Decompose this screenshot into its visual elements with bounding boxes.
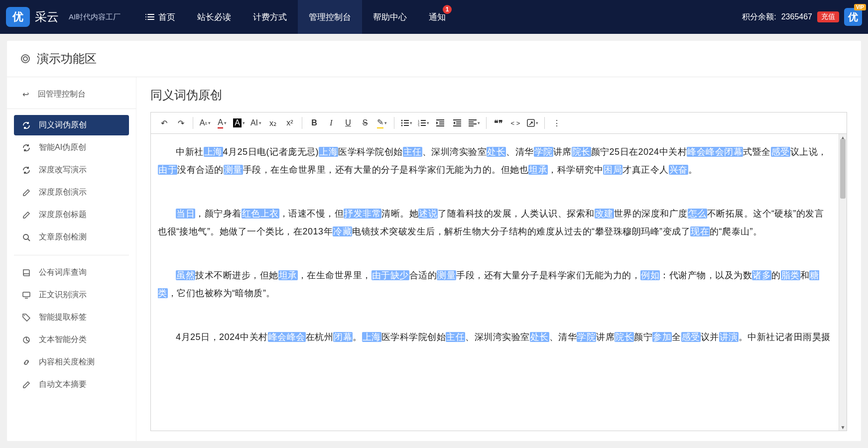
screen-icon [22, 291, 31, 300]
superscript-button[interactable]: x² [282, 115, 298, 130]
undo-button[interactable]: ↶ [156, 115, 172, 130]
editor-paragraph[interactable]: 中新社上海4月25日电(记者庞无忌)上海医学科学院创始主任、深圳湾实验室处长、清… [158, 143, 832, 179]
subscript-button[interactable]: x₂ [265, 115, 281, 130]
highlighted-text: 主任 [403, 147, 422, 157]
sidebar-item[interactable]: 正文识别演示 [14, 285, 129, 305]
highlighted-text: 测量 [437, 270, 456, 280]
highlighted-text: 讲演 [719, 332, 739, 342]
quote-button[interactable]: ❝❞ [491, 115, 506, 130]
sidebar-item-label: 自动文本摘要 [39, 379, 87, 390]
highlighted-text: 感受 [771, 147, 790, 157]
highlighted-text: 兴奋 [669, 165, 688, 175]
svg-line-1 [28, 239, 30, 241]
main-panel: 演示功能区 ↩ 回管理控制台 同义词伪原创智能AI伪原创深度改写演示深度原创演示… [7, 41, 861, 441]
outdent-button[interactable] [432, 115, 448, 130]
sidebar-item[interactable]: 同义词伪原创 [14, 115, 129, 135]
plain-text: 。中新社记者田雨昊摄 [739, 332, 831, 342]
sidebar-item[interactable]: 文章原创检测 [14, 227, 129, 247]
fontsize-button[interactable]: A± [197, 115, 213, 130]
nav-home[interactable]: 首页 [135, 0, 186, 34]
blank-line [158, 306, 832, 324]
sidebar-item[interactable]: 深度原创标题 [14, 205, 129, 225]
refresh-icon [22, 143, 31, 152]
indent-button[interactable] [449, 115, 465, 130]
highlighted-text: 由于 [158, 165, 177, 175]
sidebar-item[interactable]: 智能提取标签 [14, 307, 129, 328]
highlighted-text: 诸多 [752, 270, 771, 280]
plain-text: 、清华 [506, 147, 534, 157]
svg-marker-24 [453, 121, 455, 124]
editor-scrollbar[interactable]: ▲ ▼ [839, 134, 847, 431]
avatar-box[interactable]: VIP 优 [844, 8, 862, 26]
recharge-button[interactable]: 充值 [817, 11, 839, 22]
bgcolor-button[interactable]: A [231, 115, 247, 130]
svg-rect-25 [456, 121, 461, 122]
svg-rect-27 [453, 125, 461, 126]
editor-paragraph[interactable]: 当日，颜宁身着红色上衣，语速不慢，但抒发非常清晰。她述说了随着科技的发展，人类认… [158, 205, 832, 240]
highlighted-text: 由于缺少 [372, 270, 409, 280]
highlighted-text: 上海 [362, 332, 381, 342]
sidebar-item[interactable]: 内容相关度检测 [14, 352, 129, 372]
plain-text: ，颜宁身着 [195, 209, 242, 219]
sidebar-separator [14, 250, 129, 255]
highlighted-text: 述说 [418, 209, 438, 219]
outdent-icon [436, 119, 444, 126]
redo-button[interactable]: ↷ [173, 115, 189, 130]
align-button[interactable] [466, 115, 482, 130]
vip-badge: VIP [854, 4, 866, 10]
editor-paragraph[interactable]: 4月25日，2024中关村峰会峰会在杭州闭幕。上海医学科学院创始主任、深圳湾实验… [158, 328, 832, 346]
sidebar-item[interactable]: 文本智能分类 [14, 330, 129, 350]
bullet-list-button[interactable] [398, 115, 414, 130]
nav-console[interactable]: 管理控制台 [298, 0, 362, 34]
plain-text: 电镜技术突破发生后，解析生物大分子结构的难度从过去的“攀登珠穆朗玛峰”变成了 [352, 226, 690, 236]
sidebar-item[interactable]: 深度改写演示 [14, 160, 129, 180]
nav-help[interactable]: 帮助中心 [362, 0, 418, 34]
bold-button[interactable]: B [306, 115, 322, 130]
fontcolor-button[interactable]: A [214, 115, 230, 130]
number-list-button[interactable]: 123 [415, 115, 431, 130]
plain-text: 讲席 [596, 332, 615, 342]
back-to-console[interactable]: ↩ 回管理控制台 [7, 84, 136, 109]
plain-text: 才真正令人 [622, 165, 669, 175]
points-label: 积分余额: [742, 12, 776, 22]
editor-body[interactable]: 中新社上海4月25日电(记者庞无忌)上海医学科学院创始主任、深圳湾实验室处长、清… [151, 134, 839, 431]
scroll-down-icon[interactable]: ▼ [839, 424, 847, 431]
points-value: 2365467 [781, 12, 812, 21]
nav-label: 站长必读 [197, 11, 231, 23]
plain-text: 、深圳湾实验室 [422, 147, 487, 157]
brand-logo[interactable]: 优 采云 AI时代内容工厂 [6, 7, 121, 27]
strike-button[interactable]: S [357, 115, 373, 130]
insert-button[interactable] [524, 115, 540, 130]
underline-button[interactable]: U [340, 115, 356, 130]
sidebar-item-label: 文本智能分类 [39, 335, 87, 345]
svg-rect-30 [469, 123, 477, 124]
content-area: 同义词伪原创 ↶ ↷ A± A A AI x₂ x² B I U S [136, 77, 861, 441]
nav-pricing[interactable]: 计费方式 [242, 0, 298, 34]
editor-paragraph[interactable]: 虽然技术不断进步，但她坦承，在生命世界里，由于缺少合适的测量手段，还有大量分子是… [158, 266, 832, 302]
scroll-thumb[interactable] [840, 139, 846, 199]
sidebar-item[interactable]: 自动文本摘要 [14, 374, 129, 395]
more-button[interactable]: ⋮ [549, 115, 565, 130]
sidebar-item[interactable]: 智能AI伪原创 [14, 137, 129, 158]
letterspace-button[interactable]: AI [248, 115, 264, 130]
sidebar-item[interactable]: 公有词库查询 [14, 262, 129, 283]
panel-header: 演示功能区 [7, 41, 861, 77]
plain-text: ，它们也被称为“暗物质”。 [168, 288, 276, 298]
highlighted-text: 峰会峰会 [268, 332, 306, 342]
nav-label: 管理控制台 [309, 11, 351, 23]
plain-text: 中新社 [176, 147, 204, 157]
edit-icon [22, 211, 31, 220]
svg-rect-2 [23, 292, 30, 297]
blank-line [158, 244, 832, 262]
highlight-button[interactable]: ✎ [374, 115, 390, 130]
svg-point-0 [23, 234, 28, 239]
highlighted-text: 学院 [534, 147, 553, 157]
nav-mustread[interactable]: 站长必读 [186, 0, 242, 34]
sidebar-item[interactable]: 深度原创演示 [14, 182, 129, 203]
code-button[interactable]: < > [507, 115, 523, 130]
toolbar-separator [394, 117, 394, 129]
plain-text: ，科学研究中 [548, 165, 603, 175]
plain-text: 世界的深度和广度 [614, 209, 688, 219]
nav-notify[interactable]: 通知 1 [418, 0, 457, 34]
italic-button[interactable]: I [323, 115, 339, 130]
